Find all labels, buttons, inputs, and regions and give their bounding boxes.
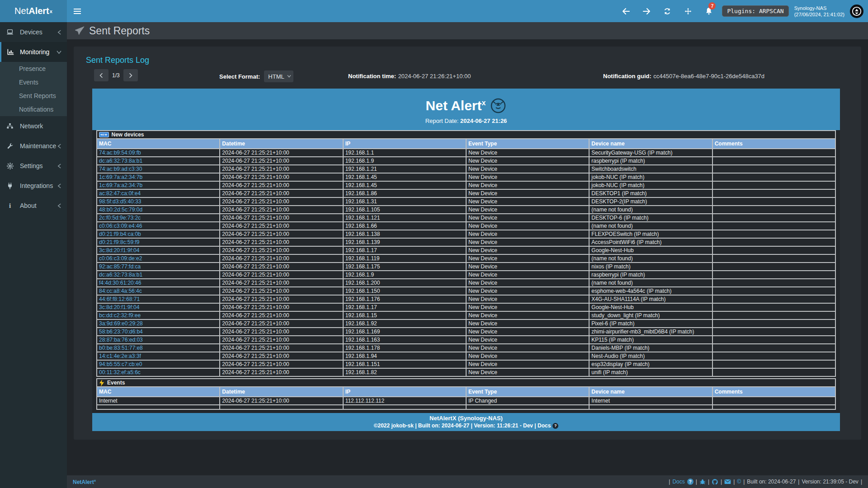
footer-brand-link[interactable]: NetAlertx: [73, 479, 96, 485]
table-cell: 2024-06-27 21:25:21+10:00: [220, 263, 342, 270]
table-cell: 192.168.1.151: [344, 361, 466, 368]
chevron-left-icon: [57, 164, 61, 169]
mac-link-cell[interactable]: c0:06:c3:09:e4:46: [97, 222, 219, 230]
mac-link-cell[interactable]: 28:87:ba:76:ed:03: [97, 336, 219, 343]
navbar-right-group: 7 Plugins: ARPSCAN Synology-NAS (27/06/2…: [618, 0, 868, 22]
nav-notifications-button[interactable]: 7: [701, 0, 717, 22]
question-circle-icon[interactable]: ?: [687, 479, 693, 485]
mac-link-cell[interactable]: dc:a6:32:73:8a:b1: [97, 157, 219, 164]
mac-link-cell[interactable]: 94:b5:55:c7:cb:e0: [97, 361, 219, 368]
mac-link-cell[interactable]: 84:cc:a8:4a:56:4c: [97, 287, 219, 295]
prev-page-button[interactable]: [94, 69, 108, 81]
mac-link-cell[interactable]: 74:ac:b9:ad:c3:30: [97, 165, 219, 173]
mac-link-cell[interactable]: 00:11:32:ef:a5:6c: [97, 369, 219, 376]
table-cell: DESKTOP-2(IP match): [590, 198, 712, 205]
table-cell: New Device: [467, 190, 589, 197]
monitoring-submenu: Presence Events Sent Reports Notificatio…: [0, 62, 67, 116]
table-row: dc:a6:32:73:8a:b12024-06-27 21:25:21+10:…: [97, 157, 835, 164]
nav-refresh-button[interactable]: [660, 0, 675, 22]
sidebar-subitem-sent-reports[interactable]: Sent Reports: [0, 89, 67, 103]
mac-link-cell[interactable]: 44:6f:f8:12:68:71: [97, 296, 219, 303]
mac-link-cell[interactable]: b0:be:83:51:77:e8: [97, 344, 219, 352]
table-cell: New Device: [467, 255, 589, 262]
table-cell: esp32display (IP match): [590, 361, 712, 368]
table-cell: Nest-Audio (IP match): [590, 352, 712, 360]
table-cell: [713, 222, 835, 230]
table-cell: 192.168.1.121: [344, 214, 466, 221]
sidebar-item-integrations[interactable]: Integrations: [0, 176, 67, 196]
mac-link-cell[interactable]: 74:ac:b9:54:09:fb: [97, 149, 219, 156]
user-avatar[interactable]: [850, 5, 863, 18]
table-cell: 2024-06-27 21:25:21+10:00: [220, 352, 342, 360]
table-cell: 192.168.1.15: [344, 312, 466, 319]
sidebar-item-monitoring[interactable]: Monitoring: [0, 42, 67, 62]
table-cell: (name not found): [590, 279, 712, 286]
github-icon[interactable]: [712, 479, 718, 485]
mac-link-cell[interactable]: 14:c1:4e:2e:a3:3f: [97, 352, 219, 360]
mac-link-cell[interactable]: 92:ac:85:77:fd:ca: [97, 263, 219, 270]
mac-link-cell[interactable]: f4:4d:30:61:20:46: [97, 279, 219, 286]
table-cell: New Device: [467, 279, 589, 286]
sidebar-item-network[interactable]: Network: [0, 116, 67, 136]
mac-link-cell[interactable]: bc:dd:c2:32:f9:ee: [97, 312, 219, 319]
table-cell: [713, 230, 835, 238]
format-select[interactable]: HTML: [264, 70, 293, 82]
mac-link-cell[interactable]: dc:a6:32:73:8a:b1: [97, 271, 219, 278]
sidebar-item-about[interactable]: i About: [0, 196, 67, 216]
table-cell: nixos (IP match): [590, 263, 712, 270]
mac-link-cell[interactable]: 3c:8d:20:f1:9f:04: [97, 304, 219, 311]
table-row: 74:ac:b9:54:09:fb2024-06-27 21:25:21+10:…: [97, 149, 835, 156]
mac-link-cell[interactable]: 58:b6:23:70:d6:b4: [97, 328, 219, 335]
mac-link-cell[interactable]: 98:5f:d3:d5:40:33: [97, 198, 219, 205]
next-page-button[interactable]: [123, 69, 138, 81]
notification-count-badge: 7: [708, 2, 716, 9]
table-cell: 2024-06-27 21:25:21+10:00: [220, 397, 342, 404]
table-cell: New Device: [467, 296, 589, 303]
sent-reports-card: Sent Reports Log 1/3 Select Format: HTML: [74, 47, 861, 440]
report-pager: 1/3: [94, 69, 138, 81]
table-row: Internet2024-06-27 21:25:21+10:00112.112…: [97, 397, 835, 404]
mac-link-cell[interactable]: d0:21:f9:8c:59:f9: [97, 239, 219, 246]
sidebar-item-devices[interactable]: Devices: [0, 22, 67, 42]
table-cell: Internet: [590, 397, 712, 404]
mac-link-cell[interactable]: 3a:9d:69:e0:29:28: [97, 320, 219, 327]
sidebar-subitem-notifications[interactable]: Notifications: [0, 103, 67, 116]
table-cell: New Device: [467, 369, 589, 376]
mac-link-cell[interactable]: c0:06:c3:09:de:e2: [97, 255, 219, 262]
events-section-bar: Events: [97, 379, 835, 386]
docs-link[interactable]: Docs: [672, 479, 684, 485]
table-cell: (name not found): [590, 255, 712, 262]
mac-link-cell[interactable]: 3c:8d:20:f1:9f:04: [97, 247, 219, 254]
table-cell: New Device: [467, 287, 589, 295]
mac-link-cell[interactable]: 1c:69:7a:a2:34:7b: [97, 174, 219, 181]
table-cell: [713, 206, 835, 213]
table-cell: [713, 214, 835, 221]
copyright-icon[interactable]: ©: [737, 479, 741, 485]
gear-icon: [0, 163, 20, 169]
table-cell: 112.112.112.112: [344, 397, 466, 404]
table-cell: 2024-06-27 21:25:21+10:00: [220, 190, 342, 197]
table-cell: 192.168.1.31: [344, 198, 466, 205]
sidebar-item-maintenance[interactable]: Maintenance: [0, 136, 67, 156]
nav-back-button[interactable]: [618, 0, 633, 22]
mac-link-cell[interactable]: 1c:69:7a:a2:34:7b: [97, 182, 219, 189]
footer-built-text: Built on: 2024-06-27: [747, 479, 796, 485]
nav-forward-button[interactable]: [639, 0, 654, 22]
sidebar-subitem-presence[interactable]: Presence: [0, 62, 67, 75]
mac-link-cell[interactable]: 48:b0:2d:5c:79:0d: [97, 206, 219, 213]
bug-report-icon[interactable]: [699, 479, 706, 485]
card-title[interactable]: Sent Reports Log: [86, 56, 149, 65]
mac-link-cell[interactable]: d0:21:f9:b4:ca:0b: [97, 230, 219, 238]
plugins-status-badge[interactable]: Plugins: ARPSCAN: [722, 5, 788, 17]
table-row: 00:11:32:ef:a5:6c2024-06-27 21:25:21+10:…: [97, 369, 835, 376]
sidebar-item-settings[interactable]: Settings: [0, 156, 67, 176]
table-cell: New Device: [467, 312, 589, 319]
sidebar-subitem-events[interactable]: Events: [0, 75, 67, 89]
mac-link-cell[interactable]: ac:82:47:ca:0f:e4: [97, 190, 219, 197]
sidebar-toggle-button[interactable]: [67, 0, 88, 22]
table-row: 58:b6:23:70:d6:b42024-06-27 21:25:21+10:…: [97, 328, 835, 335]
email-icon[interactable]: [724, 479, 731, 484]
app-logo[interactable]: NetAlertx: [0, 0, 67, 22]
mac-link-cell[interactable]: 2c:f0:5d:9e:73:2c: [97, 214, 219, 221]
nav-move-button[interactable]: [680, 0, 696, 22]
